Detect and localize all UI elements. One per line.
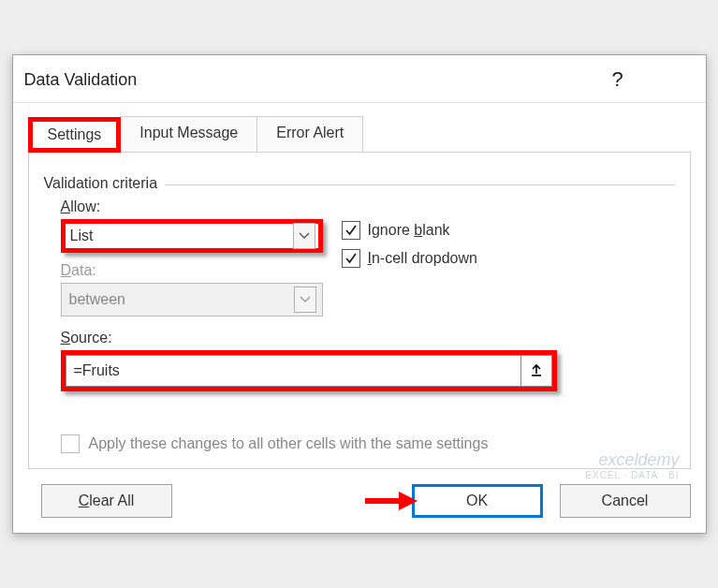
data-validation-dialog: Data Validation ? Settings Input Message… <box>12 54 707 534</box>
allow-label: Allow: <box>61 198 323 215</box>
tab-content-settings: Validation criteria Allow: List Data: be… <box>28 152 691 469</box>
incell-dropdown-checkbox[interactable]: In-cell dropdown <box>342 249 477 268</box>
question-icon: ? <box>611 67 623 92</box>
cancel-button[interactable]: Cancel <box>560 484 691 518</box>
tab-error-alert[interactable]: Error Alert <box>256 116 363 152</box>
ignore-blank-label: Ignore blank <box>368 222 450 239</box>
help-button[interactable]: ? <box>593 63 642 96</box>
dialog-buttons: Clear All OK Cancel <box>13 484 706 533</box>
validation-criteria-legend: Validation criteria <box>44 166 675 185</box>
collapse-dialog-icon <box>529 362 544 380</box>
source-label: Source: <box>61 330 675 346</box>
checkbox-checked-icon <box>342 221 360 240</box>
ok-button[interactable]: OK <box>412 484 543 518</box>
checkbox-unchecked-icon <box>61 434 80 453</box>
tabstrip: Settings Input Message Error Alert <box>13 103 706 152</box>
tab-settings[interactable]: Settings <box>28 117 122 153</box>
checkbox-checked-icon <box>342 249 360 268</box>
dialog-title: Data Validation <box>24 70 138 90</box>
incell-dropdown-label: In-cell dropdown <box>368 250 477 267</box>
chevron-down-icon <box>294 287 316 313</box>
data-label: Data: <box>61 262 323 279</box>
data-dropdown: between <box>61 283 323 316</box>
allow-value: List <box>70 228 293 244</box>
criteria-body: Allow: List Data: between <box>44 198 675 391</box>
data-value: between <box>69 291 294 308</box>
close-button[interactable] <box>652 63 700 96</box>
source-input[interactable] <box>66 355 520 387</box>
range-picker-button[interactable] <box>520 355 552 387</box>
allow-dropdown[interactable]: List <box>61 219 323 253</box>
titlebar-controls: ? <box>593 63 700 96</box>
titlebar: Data Validation ? <box>13 55 706 103</box>
clear-all-button[interactable]: Clear All <box>41 484 172 518</box>
apply-changes-checkbox: Apply these changes to all other cells w… <box>44 434 675 453</box>
chevron-down-icon <box>293 223 315 249</box>
source-input-wrapper <box>61 350 557 391</box>
svg-rect-1 <box>365 498 399 504</box>
apply-changes-label: Apply these changes to all other cells w… <box>89 435 489 452</box>
ignore-blank-checkbox[interactable]: Ignore blank <box>342 221 477 240</box>
tab-input-message[interactable]: Input Message <box>120 116 257 152</box>
annotation-arrow-icon <box>365 490 419 516</box>
